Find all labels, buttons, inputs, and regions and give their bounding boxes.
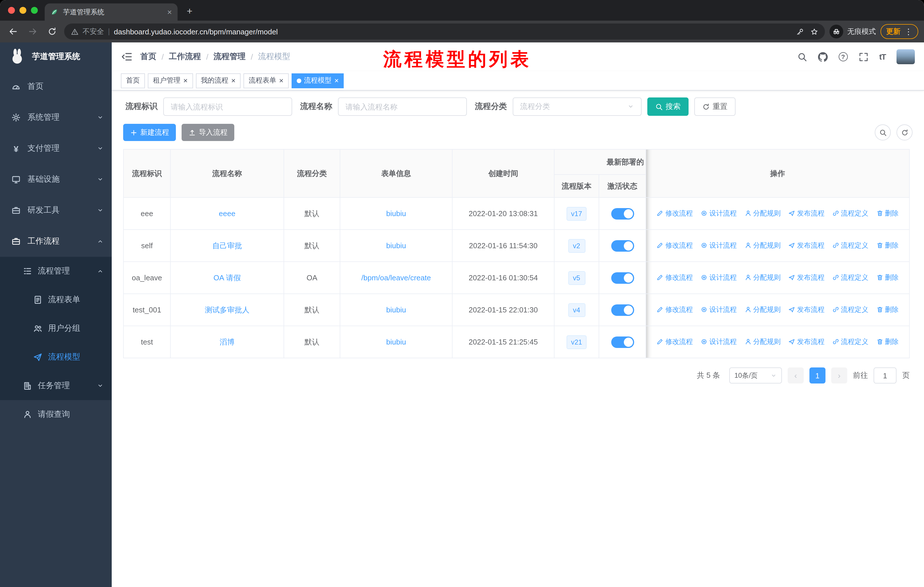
- process-name-link[interactable]: 自己审批: [212, 241, 242, 250]
- import-process-button[interactable]: 导入流程: [182, 124, 234, 141]
- action-definition-link[interactable]: 流程定义: [832, 305, 868, 315]
- form-info-link[interactable]: /bpm/oa/leave/create: [361, 273, 431, 282]
- process-key-input[interactable]: [163, 98, 292, 116]
- sidebar-item-home[interactable]: 首页: [0, 71, 112, 102]
- status-toggle[interactable]: [611, 240, 634, 251]
- action-publish-link[interactable]: 发布流程: [789, 209, 825, 218]
- action-definition-link[interactable]: 流程定义: [832, 209, 868, 218]
- view-tag[interactable]: 租户管理×: [148, 73, 193, 88]
- search-button[interactable]: 搜索: [647, 98, 688, 116]
- toggle-search-button[interactable]: [875, 124, 891, 141]
- status-toggle[interactable]: [611, 208, 634, 219]
- action-modify-link[interactable]: 修改流程: [657, 305, 693, 315]
- action-publish-link[interactable]: 发布流程: [789, 273, 825, 283]
- browser-menu-icon[interactable]: ⋮: [904, 27, 912, 36]
- process-name-link[interactable]: 滔博: [220, 337, 234, 346]
- action-delete-link[interactable]: 删除: [876, 337, 899, 347]
- action-delete-link[interactable]: 删除: [876, 305, 899, 315]
- view-tag[interactable]: 首页: [121, 73, 145, 88]
- sidebar-fold-icon[interactable]: [121, 51, 132, 63]
- action-definition-link[interactable]: 流程定义: [832, 273, 868, 283]
- sidebar-item-task-mgmt[interactable]: 任务管理: [0, 372, 112, 400]
- process-name-link[interactable]: eeee: [219, 209, 236, 218]
- sidebar-item-process-model[interactable]: 流程模型: [0, 343, 112, 372]
- back-button[interactable]: [6, 24, 21, 39]
- new-tab-button[interactable]: +: [182, 4, 197, 19]
- password-key-icon[interactable]: [796, 28, 804, 35]
- tag-close-icon[interactable]: ×: [279, 77, 283, 84]
- browser-update-button[interactable]: 更新 ⋮: [881, 24, 918, 39]
- action-assign-rule-link[interactable]: 分配规则: [744, 241, 780, 251]
- breadcrumb-process-mgmt[interactable]: 流程管理: [214, 51, 246, 62]
- fullscreen-icon[interactable]: [859, 52, 868, 62]
- action-modify-link[interactable]: 修改流程: [657, 209, 693, 218]
- tag-close-icon[interactable]: ×: [183, 77, 188, 84]
- sidebar-item-process-mgmt[interactable]: 流程管理: [0, 257, 112, 286]
- action-publish-link[interactable]: 发布流程: [789, 305, 825, 315]
- action-definition-link[interactable]: 流程定义: [832, 337, 868, 347]
- zoom-window-button[interactable]: [31, 7, 38, 14]
- page-size-select[interactable]: 10条/页: [729, 367, 782, 384]
- view-tag[interactable]: 流程模型×: [292, 73, 344, 88]
- action-delete-link[interactable]: 删除: [876, 241, 899, 251]
- action-assign-rule-link[interactable]: 分配规则: [744, 305, 780, 315]
- reload-button[interactable]: [45, 24, 59, 39]
- refresh-table-button[interactable]: [896, 124, 912, 141]
- sidebar-item-workflow[interactable]: 工作流程: [0, 226, 112, 257]
- action-delete-link[interactable]: 删除: [876, 273, 899, 283]
- action-assign-rule-link[interactable]: 分配规则: [744, 209, 780, 218]
- status-toggle[interactable]: [611, 272, 634, 283]
- category-select[interactable]: 流程分类: [513, 98, 642, 116]
- status-toggle[interactable]: [611, 336, 634, 348]
- action-modify-link[interactable]: 修改流程: [657, 337, 693, 347]
- github-icon[interactable]: [818, 52, 828, 62]
- status-toggle[interactable]: [611, 304, 634, 316]
- action-assign-rule-link[interactable]: 分配规则: [744, 337, 780, 347]
- sidebar-item-payment-mgmt[interactable]: ¥ 支付管理: [0, 133, 112, 164]
- action-design-link[interactable]: 设计流程: [701, 209, 737, 218]
- security-label[interactable]: 不安全: [82, 26, 104, 36]
- prev-page-button[interactable]: ‹: [788, 367, 804, 384]
- form-info-link[interactable]: biubiu: [386, 209, 406, 218]
- version-badge[interactable]: v21: [566, 335, 587, 349]
- sidebar-item-leave-query[interactable]: 请假查询: [0, 400, 112, 429]
- tab-close-icon[interactable]: ×: [167, 7, 172, 17]
- bookmark-star-icon[interactable]: [810, 28, 818, 35]
- forward-button[interactable]: [25, 24, 40, 39]
- sidebar-item-system-mgmt[interactable]: 系统管理: [0, 102, 112, 133]
- version-badge[interactable]: v17: [566, 207, 587, 220]
- view-tag[interactable]: 我的流程×: [196, 73, 241, 88]
- goto-page-input[interactable]: [874, 367, 896, 384]
- tag-close-icon[interactable]: ×: [231, 77, 236, 84]
- tag-close-icon[interactable]: ×: [335, 77, 339, 84]
- form-info-link[interactable]: biubiu: [386, 241, 406, 250]
- form-info-link[interactable]: biubiu: [386, 337, 406, 346]
- action-publish-link[interactable]: 发布流程: [789, 337, 825, 347]
- sidebar-item-dev-tools[interactable]: 研发工具: [0, 195, 112, 226]
- reset-button[interactable]: 重置: [694, 98, 736, 116]
- action-design-link[interactable]: 设计流程: [701, 241, 737, 251]
- user-avatar[interactable]: [896, 49, 915, 64]
- version-badge[interactable]: v5: [568, 271, 585, 284]
- sidebar-item-process-form[interactable]: 流程表单: [0, 286, 112, 314]
- header-search-icon[interactable]: [797, 52, 807, 62]
- process-name-input[interactable]: [338, 98, 467, 116]
- action-design-link[interactable]: 设计流程: [701, 337, 737, 347]
- browser-tab[interactable]: 芋道管理系统 ×: [45, 3, 178, 21]
- action-modify-link[interactable]: 修改流程: [657, 273, 693, 283]
- version-badge[interactable]: v4: [568, 303, 585, 317]
- address-bar[interactable]: 不安全 | dashboard.yudao.iocoder.cn/bpm/man…: [64, 23, 825, 40]
- action-design-link[interactable]: 设计流程: [701, 305, 737, 315]
- action-design-link[interactable]: 设计流程: [701, 273, 737, 283]
- breadcrumb-workflow[interactable]: 工作流程: [169, 51, 201, 62]
- action-delete-link[interactable]: 删除: [876, 209, 899, 218]
- version-badge[interactable]: v2: [568, 239, 585, 253]
- page-number-1[interactable]: 1: [809, 367, 825, 384]
- app-logo[interactable]: 芋道管理系统: [0, 42, 112, 71]
- close-window-button[interactable]: [8, 7, 15, 14]
- action-definition-link[interactable]: 流程定义: [832, 241, 868, 251]
- sidebar-item-infrastructure[interactable]: 基础设施: [0, 164, 112, 195]
- next-page-button[interactable]: ›: [831, 367, 847, 384]
- process-name-link[interactable]: 测试多审批人: [205, 305, 249, 314]
- font-size-icon[interactable]: tT: [879, 52, 886, 61]
